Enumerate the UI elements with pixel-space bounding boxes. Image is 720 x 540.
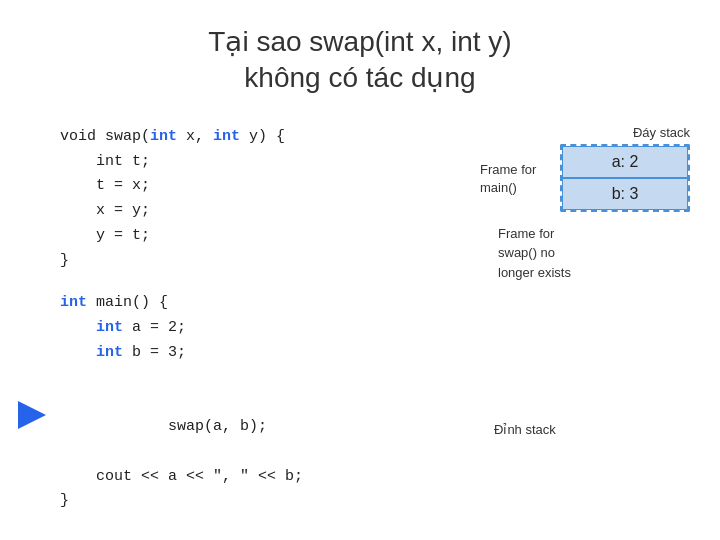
swap-args-mid: x, bbox=[177, 128, 213, 145]
swap-line2: int t; bbox=[60, 150, 470, 175]
frame-for-main-label: Frame formain() bbox=[480, 161, 536, 197]
swap-line1: void swap(int x, int y) { bbox=[60, 125, 470, 150]
dinh-stack-label: Đỉnh stack bbox=[494, 422, 556, 437]
frame-for-swap-label: Frame forswap() nolonger exists bbox=[494, 224, 690, 283]
int-keyword-main: int bbox=[60, 294, 87, 311]
main-line4: swap(a, b); bbox=[60, 366, 470, 465]
swap-function-code: void swap(int x, int y) { int t; t = x; … bbox=[60, 125, 470, 274]
void-keyword: void swap( bbox=[60, 128, 150, 145]
code-section: void swap(int x, int y) { int t; t = x; … bbox=[60, 125, 470, 514]
swap-args-end: y) { bbox=[240, 128, 285, 145]
page-title: Tại sao swap(int x, int y) không có tác … bbox=[0, 0, 720, 97]
main-line2: int a = 2; bbox=[60, 316, 470, 341]
main-function-code: int main() { int a = 2; int b = 3; swap(… bbox=[60, 291, 470, 514]
int-keyword-b: int bbox=[96, 344, 123, 361]
stack-item-a: a: 2 bbox=[562, 146, 688, 178]
arrow-icon bbox=[18, 401, 46, 429]
title-line2: không có tác dụng bbox=[0, 60, 720, 96]
title-line1: Tại sao swap(int x, int y) bbox=[0, 24, 720, 60]
stack-section: Đáy stack a: 2 b: 3 Frame formain() Fram… bbox=[490, 125, 690, 445]
stack-container: a: 2 b: 3 bbox=[560, 144, 690, 212]
main-line5: cout << a << ", " << b; bbox=[60, 465, 470, 490]
swap-line3: t = x; bbox=[60, 174, 470, 199]
day-stack-label: Đáy stack bbox=[490, 125, 690, 140]
swap-call: swap(a, b); bbox=[132, 418, 267, 435]
swap-line5: y = t; bbox=[60, 224, 470, 249]
int-keyword-2: int bbox=[213, 128, 240, 145]
int-keyword-1: int bbox=[150, 128, 177, 145]
swap-close-brace: } bbox=[60, 249, 470, 274]
main-close-brace: } bbox=[60, 489, 470, 514]
main-line3: int b = 3; bbox=[60, 341, 470, 366]
stack-item-b: b: 3 bbox=[562, 178, 688, 210]
int-keyword-a: int bbox=[96, 319, 123, 336]
main-line1: int main() { bbox=[60, 291, 470, 316]
swap-line4: x = y; bbox=[60, 199, 470, 224]
